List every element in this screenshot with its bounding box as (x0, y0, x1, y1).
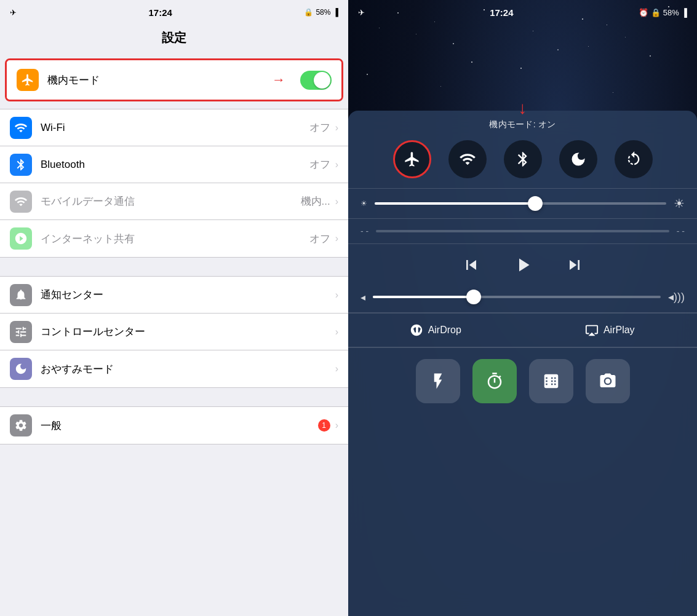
moon-icon (14, 362, 28, 376)
cc-wifi-icon (459, 151, 476, 168)
airplane-icon-bg (17, 69, 39, 91)
bluetooth-label: Bluetooth (41, 159, 309, 171)
cc-moon-icon (570, 151, 587, 168)
notification-row[interactable]: 通知センター › (0, 277, 348, 314)
timer-btn[interactable] (472, 359, 517, 403)
general-badge: 1 (318, 419, 330, 432)
bluetooth-chevron: › (335, 159, 338, 170)
wifi-chevron: › (335, 122, 338, 133)
general-label: 一般 (41, 419, 318, 433)
media-slider-row: - - - - (348, 219, 697, 243)
volume-track[interactable] (373, 296, 661, 298)
mobile-data-row[interactable]: モバイルデータ通信 機内... › (0, 183, 348, 220)
calculator-btn[interactable] (529, 359, 573, 403)
volume-low-icon: ◂ (360, 291, 365, 303)
airplay-btn[interactable]: AirPlay (523, 314, 698, 347)
svg-point-0 (605, 379, 610, 384)
prev-btn[interactable] (461, 255, 481, 279)
cc-bluetooth-btn[interactable] (504, 140, 542, 178)
right-status-bar: ✈ 17:24 ⏰ 🔒 58% ▐ (348, 0, 697, 25)
brightness-track[interactable] (375, 202, 666, 205)
cc-airplane-icon (404, 151, 421, 168)
flashlight-icon (429, 372, 447, 390)
right-airplane-icon: ✈ (358, 8, 365, 17)
left-status-right: 🔒 58% ▐ (304, 8, 338, 17)
cc-airplane-btn[interactable] (393, 140, 431, 178)
control-center-panel: ✈ 17:24 ⏰ 🔒 58% ▐ ↓ 機内モード: オン (348, 0, 697, 616)
notification-chevron: › (335, 290, 338, 301)
hotspot-label: インターネット共有 (41, 232, 309, 246)
play-btn[interactable] (512, 254, 534, 280)
mobile-data-label: モバイルデータ通信 (41, 194, 301, 208)
cc-wifi-btn[interactable] (448, 140, 487, 178)
wifi-icon (14, 121, 28, 135)
right-status-right: ⏰ 🔒 58% ▐ (639, 8, 687, 17)
brightness-fill (375, 202, 535, 205)
media-right-icon: - - (677, 226, 685, 236)
volume-thumb[interactable] (466, 290, 481, 304)
control-center-chevron: › (335, 326, 338, 338)
mobile-chevron: › (335, 196, 338, 207)
next-btn[interactable] (565, 255, 584, 279)
airplane-toggle-container: → (272, 71, 332, 90)
control-center-icon-bg (10, 321, 32, 343)
left-status-bar: ✈ 17:24 🔒 58% ▐ (0, 0, 348, 25)
toggle-knob (314, 72, 330, 89)
airplane-mode-label: 機内モード (47, 73, 272, 87)
timer-icon (485, 372, 504, 390)
volume-high-icon: ◂))) (668, 290, 685, 304)
system-settings-list: 通知センター › コントロールセンター › おやすみモード › (0, 276, 348, 388)
volume-fill (373, 296, 474, 298)
lock-icon-right: 🔒 (651, 8, 661, 17)
bluetooth-icon (14, 158, 28, 172)
cc-icons-row (348, 136, 697, 188)
mobile-icon-bg (10, 191, 32, 213)
cc-bluetooth-icon (514, 151, 532, 168)
brightness-slider-row: ☀ ☀ (348, 189, 697, 218)
cc-bottom-row: AirDrop AirPlay (348, 313, 697, 347)
wifi-label: Wi-Fi (41, 122, 309, 134)
arrow-right-icon: → (272, 72, 285, 88)
airplane-mode-icon: ✈ (10, 8, 17, 17)
notification-icon-bg (10, 284, 32, 306)
alarm-icon: ⏰ (639, 8, 648, 17)
mobile-icon (14, 195, 28, 208)
general-row[interactable]: 一般 1 › (0, 407, 348, 444)
hotspot-icon (14, 232, 28, 245)
control-center-row[interactable]: コントロールセンター › (0, 314, 348, 350)
airplane-icon (21, 73, 34, 87)
section-divider-1 (0, 258, 348, 276)
dnd-label: おやすみモード (41, 362, 335, 376)
general-chevron: › (335, 420, 338, 431)
settings-panel: ✈ 17:24 🔒 58% ▐ 設定 機内モード → (0, 0, 348, 616)
left-status-time: 17:24 (149, 7, 172, 18)
mobile-data-value: 機内... (301, 194, 330, 208)
airdrop-btn[interactable]: AirDrop (348, 314, 523, 347)
brightness-thumb[interactable] (528, 196, 543, 211)
cc-rotate-btn[interactable] (615, 140, 653, 178)
wifi-row[interactable]: Wi-Fi オフ › (0, 109, 348, 146)
bluetooth-row[interactable]: Bluetooth オフ › (0, 146, 348, 183)
airplane-mode-row[interactable]: 機内モード → (7, 60, 341, 100)
camera-btn[interactable] (586, 359, 630, 403)
hotspot-row[interactable]: インターネット共有 オフ › (0, 220, 348, 257)
bluetooth-icon-bg (10, 154, 32, 176)
next-icon (565, 255, 584, 275)
hotspot-chevron: › (335, 233, 338, 244)
general-settings-list: 一般 1 › (0, 406, 348, 444)
brightness-high-icon: ☀ (674, 196, 685, 211)
hotspot-value: オフ (309, 232, 330, 246)
flashlight-btn[interactable] (416, 359, 460, 403)
battery-icon-right: ▐ (682, 8, 687, 17)
airdrop-icon (410, 323, 423, 337)
cc-moon-btn[interactable] (559, 140, 597, 178)
left-status-left: ✈ (10, 8, 17, 17)
general-icon-bg (10, 414, 32, 436)
dnd-row[interactable]: おやすみモード › (0, 350, 348, 387)
app-shortcuts-row (348, 348, 697, 414)
control-center-label: コントロールセンター (41, 325, 335, 339)
bluetooth-value: オフ (309, 157, 330, 172)
media-track[interactable] (376, 230, 669, 232)
airplane-toggle[interactable] (300, 71, 332, 90)
hotspot-icon-bg (10, 227, 32, 250)
